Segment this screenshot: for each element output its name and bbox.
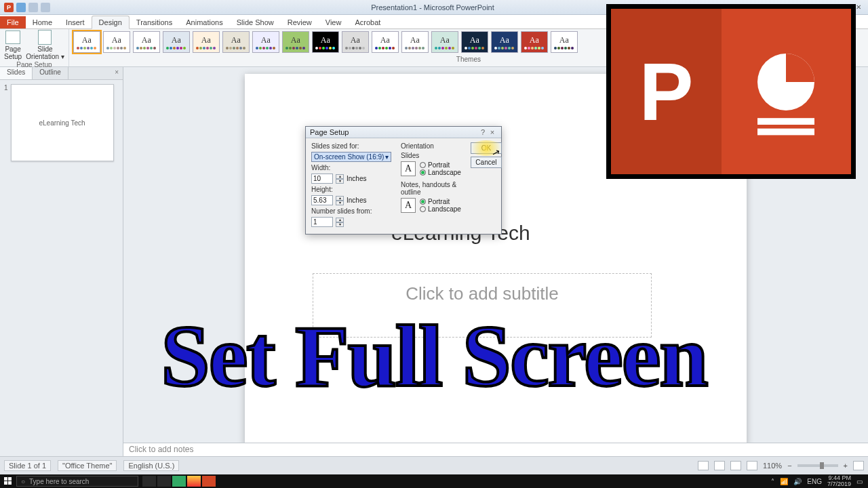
zoom-slider[interactable]	[797, 464, 838, 467]
theme-thumbnail[interactable]: Aa	[342, 31, 369, 53]
height-input[interactable]: 5.63	[311, 195, 333, 205]
notes-landscape-radio[interactable]: Landscape	[420, 205, 461, 213]
dialog-close-icon[interactable]: ×	[488, 128, 497, 136]
ok-button[interactable]: OK	[471, 142, 502, 154]
tab-transitions[interactable]: Transitions	[130, 16, 179, 28]
theme-thumbnail[interactable]: Aa	[133, 31, 160, 53]
page-setup-button[interactable]: Page Setup	[4, 30, 22, 60]
notes-orientation-preview: A	[401, 198, 416, 213]
slides-portrait-radio[interactable]: Portrait	[420, 161, 461, 169]
tray-language[interactable]: ENG	[807, 478, 822, 485]
slide-orientation-button[interactable]: Slide Orientation ▾	[26, 30, 64, 60]
chevron-down-icon: ▾	[385, 153, 389, 161]
tab-view[interactable]: View	[319, 16, 349, 28]
tab-animations[interactable]: Animations	[179, 16, 229, 28]
theme-thumbnail[interactable]: Aa	[461, 31, 488, 53]
slides-panel: Slides Outline × 1 eLearning Tech	[0, 67, 123, 456]
theme-thumbnail[interactable]: Aa	[282, 31, 309, 53]
save-icon[interactable]	[16, 3, 26, 12]
zoom-out-button[interactable]: −	[787, 462, 791, 470]
tab-home[interactable]: Home	[26, 16, 59, 28]
chrome-icon[interactable]	[187, 476, 201, 487]
slide-thumbnail[interactable]: 1 eLearning Tech	[4, 84, 119, 161]
theme-thumbnail[interactable]: Aa	[103, 31, 130, 53]
file-explorer-icon[interactable]	[172, 476, 186, 487]
theme-thumbnail[interactable]: Aa	[193, 31, 220, 53]
svg-rect-6	[757, 129, 814, 136]
slides-landscape-radio[interactable]: Landscape	[420, 169, 461, 176]
tab-file[interactable]: File	[0, 16, 26, 28]
number-from-label: Number slides from:	[311, 207, 391, 215]
status-language[interactable]: English (U.S.)	[123, 460, 179, 471]
width-label: Width:	[311, 164, 391, 171]
page-setup-label: Page Setup	[4, 45, 22, 60]
theme-thumbnail[interactable]: Aa	[163, 31, 190, 53]
theme-thumbnail[interactable]: Aa	[431, 31, 458, 53]
theme-thumbnail[interactable]: Aa	[312, 31, 339, 53]
theme-thumbnail[interactable]: Aa	[551, 31, 578, 53]
height-spinner[interactable]: ▴▾	[336, 196, 344, 205]
notes-portrait-radio[interactable]: Portrait	[420, 198, 461, 205]
orientation-label: Orientation	[401, 142, 461, 150]
page-setup-group: Page Setup Slide Orientation ▾ Page Setu…	[0, 29, 69, 66]
theme-thumbnail[interactable]: Aa	[491, 31, 518, 53]
left-tab-outline[interactable]: Outline	[33, 67, 68, 79]
clock-date: 7/7/2019	[827, 481, 851, 487]
tab-acrobat[interactable]: Acrobat	[348, 16, 387, 28]
width-spinner[interactable]: ▴▾	[336, 174, 344, 184]
cortana-icon[interactable]	[142, 476, 156, 487]
dialog-help-icon[interactable]: ?	[478, 128, 488, 136]
height-unit: Inches	[347, 197, 366, 204]
tab-slide-show[interactable]: Slide Show	[230, 16, 281, 28]
notes-group-label: Notes, handouts & outline	[401, 181, 461, 196]
left-tab-slides[interactable]: Slides	[0, 67, 33, 79]
width-input[interactable]: 10	[311, 174, 333, 184]
theme-thumbnail[interactable]: Aa	[372, 31, 399, 53]
search-icon: ○	[21, 478, 25, 485]
p-letter: P	[639, 45, 693, 138]
notification-icon[interactable]: ▭	[856, 478, 863, 485]
svg-rect-0	[4, 477, 7, 481]
theme-thumbnail[interactable]: Aa	[521, 31, 548, 53]
zoom-level[interactable]: 110%	[763, 462, 782, 470]
fit-to-window-button[interactable]	[853, 461, 864, 470]
notes-pane[interactable]: Click to add notes	[123, 443, 868, 456]
normal-view-button[interactable]	[698, 461, 709, 470]
sized-for-select[interactable]: On-screen Show (16:9) ▾	[311, 152, 391, 162]
powerpoint-taskbar-icon[interactable]	[202, 476, 216, 487]
theme-thumbnail[interactable]: Aa	[401, 31, 429, 53]
redo-icon[interactable]	[41, 3, 50, 12]
taskbar-search[interactable]: ○ Type here to search	[16, 476, 138, 487]
reading-view-button[interactable]	[730, 461, 741, 470]
subtitle-placeholder-text: Click to add subtitle	[313, 283, 651, 304]
ok-label: OK	[481, 144, 491, 152]
theme-thumbnail[interactable]: Aa	[73, 31, 100, 53]
tab-review[interactable]: Review	[281, 16, 319, 28]
tab-insert[interactable]: Insert	[59, 16, 92, 28]
taskview-icon[interactable]	[157, 476, 171, 487]
taskbar-clock[interactable]: 9:44 PM 7/7/2019	[827, 475, 851, 487]
slideshow-view-button[interactable]	[747, 461, 757, 470]
subtitle-placeholder-box[interactable]: Click to add subtitle	[313, 273, 652, 338]
tab-design[interactable]: Design	[92, 16, 130, 29]
left-pane-close-icon[interactable]: ×	[111, 67, 123, 79]
slides-orientation-preview: A	[401, 161, 416, 176]
start-button[interactable]	[0, 474, 16, 488]
theme-thumbnail[interactable]: Aa	[222, 31, 250, 53]
number-from-input[interactable]: 1	[311, 217, 333, 227]
svg-rect-2	[4, 481, 7, 485]
volume-icon[interactable]: 🔊	[793, 478, 802, 485]
svg-rect-5	[757, 118, 814, 125]
slide-orientation-label: Slide Orientation ▾	[26, 45, 64, 60]
theme-thumbnail[interactable]: Aa	[252, 31, 279, 53]
network-icon[interactable]: 📶	[780, 478, 788, 485]
svg-rect-1	[8, 477, 12, 481]
number-from-spinner[interactable]: ▴▾	[336, 218, 344, 227]
tray-chevron-icon[interactable]: ˄	[771, 478, 774, 485]
svg-rect-3	[8, 481, 12, 485]
sorter-view-button[interactable]	[714, 461, 725, 470]
width-unit: Inches	[347, 175, 366, 182]
zoom-in-button[interactable]: +	[844, 462, 848, 470]
undo-icon[interactable]	[28, 3, 38, 12]
slide-orientation-icon	[38, 30, 52, 45]
